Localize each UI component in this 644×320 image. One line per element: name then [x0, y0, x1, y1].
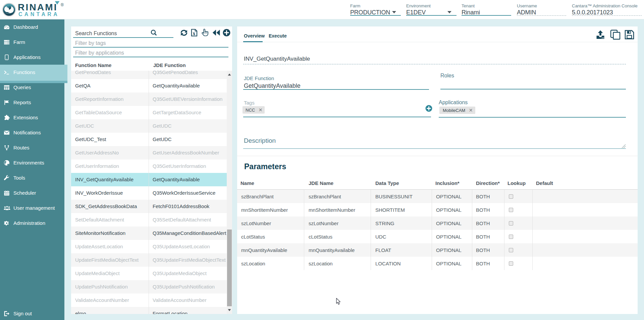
svg-text:x: x: [193, 30, 195, 36]
